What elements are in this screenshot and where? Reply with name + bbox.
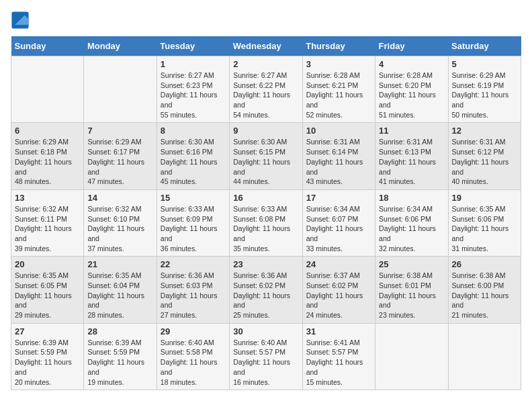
day-number: 14 [87, 193, 152, 203]
daylight-text: Daylight: 11 hours and [452, 291, 517, 310]
daylight-text-2: 16 minutes. [233, 377, 298, 387]
daylight-text: Daylight: 11 hours and [161, 157, 226, 177]
sunrise-text: Sunrise: 6:41 AM [306, 338, 371, 348]
daylight-text: Daylight: 11 hours and [233, 90, 298, 109]
daylight-text-2: 47 minutes. [87, 177, 152, 187]
cell-info: Sunrise: 6:38 AMSunset: 6:00 PMDaylight:… [452, 271, 517, 320]
day-number: 3 [306, 59, 371, 69]
day-number: 19 [452, 193, 517, 203]
day-number: 11 [379, 126, 444, 136]
sunrise-text: Sunrise: 6:38 AM [452, 271, 517, 281]
sunrise-text: Sunrise: 6:29 AM [452, 71, 517, 81]
daylight-text: Daylight: 11 hours and [452, 90, 517, 109]
calendar-cell: 2Sunrise: 6:27 AMSunset: 6:22 PMDaylight… [230, 56, 302, 123]
sunrise-text: Sunrise: 6:35 AM [15, 271, 80, 281]
day-number: 26 [452, 259, 517, 269]
calendar-cell: 25Sunrise: 6:38 AMSunset: 6:01 PMDayligh… [375, 257, 448, 323]
daylight-text: Daylight: 11 hours and [161, 224, 226, 243]
daylight-text-2: 43 minutes. [306, 177, 371, 187]
logo-icon [11, 11, 30, 30]
sunrise-text: Sunrise: 6:39 AM [87, 338, 152, 348]
sunrise-text: Sunrise: 6:33 AM [233, 204, 298, 214]
calendar-cell: 13Sunrise: 6:32 AMSunset: 6:11 PMDayligh… [11, 189, 84, 256]
daylight-text-2: 24 minutes. [306, 310, 371, 320]
sunset-text: Sunset: 6:16 PM [161, 147, 226, 157]
cell-info: Sunrise: 6:33 AMSunset: 6:09 PMDaylight:… [161, 204, 226, 253]
cell-info: Sunrise: 6:35 AMSunset: 6:04 PMDaylight:… [87, 271, 152, 320]
day-number: 10 [306, 126, 371, 136]
daylight-text-2: 48 minutes. [15, 177, 80, 187]
sunset-text: Sunset: 6:11 PM [15, 214, 80, 224]
sunset-text: Sunset: 6:02 PM [306, 281, 371, 291]
cell-info: Sunrise: 6:29 AMSunset: 6:19 PMDaylight:… [452, 71, 517, 120]
sunset-text: Sunset: 6:06 PM [379, 214, 444, 224]
sunset-text: Sunset: 6:02 PM [233, 281, 298, 291]
cell-info: Sunrise: 6:41 AMSunset: 5:57 PMDaylight:… [306, 338, 371, 387]
cell-info: Sunrise: 6:27 AMSunset: 6:22 PMDaylight:… [233, 71, 298, 120]
sunrise-text: Sunrise: 6:32 AM [15, 204, 80, 214]
sunset-text: Sunset: 6:20 PM [379, 81, 444, 91]
header-cell-tuesday: Tuesday [157, 36, 229, 56]
calendar-cell [448, 323, 521, 390]
daylight-text-2: 54 minutes. [233, 110, 298, 120]
calendar-cell: 29Sunrise: 6:40 AMSunset: 5:58 PMDayligh… [157, 323, 229, 390]
day-number: 4 [379, 59, 444, 69]
daylight-text-2: 33 minutes. [306, 244, 371, 254]
daylight-text: Daylight: 11 hours and [379, 157, 444, 177]
daylight-text: Daylight: 11 hours and [379, 291, 444, 310]
sunrise-text: Sunrise: 6:32 AM [87, 204, 152, 214]
day-number: 20 [15, 259, 80, 269]
sunset-text: Sunset: 5:57 PM [306, 347, 371, 357]
cell-info: Sunrise: 6:29 AMSunset: 6:18 PMDaylight:… [15, 137, 80, 186]
day-number: 5 [452, 59, 517, 69]
sunset-text: Sunset: 6:00 PM [452, 281, 517, 291]
sunrise-text: Sunrise: 6:30 AM [161, 137, 226, 147]
sunset-text: Sunset: 6:12 PM [452, 147, 517, 157]
calendar-cell: 11Sunrise: 6:31 AMSunset: 6:13 PMDayligh… [375, 123, 448, 189]
sunset-text: Sunset: 5:59 PM [15, 347, 80, 357]
calendar-cell: 5Sunrise: 6:29 AMSunset: 6:19 PMDaylight… [448, 56, 521, 123]
cell-info: Sunrise: 6:39 AMSunset: 5:59 PMDaylight:… [15, 338, 80, 387]
daylight-text-2: 19 minutes. [87, 377, 152, 387]
sunrise-text: Sunrise: 6:36 AM [233, 271, 298, 281]
daylight-text: Daylight: 11 hours and [161, 291, 226, 310]
daylight-text: Daylight: 11 hours and [233, 224, 298, 243]
daylight-text-2: 45 minutes. [161, 177, 226, 187]
sunset-text: Sunset: 6:03 PM [161, 281, 226, 291]
sunrise-text: Sunrise: 6:27 AM [161, 71, 226, 81]
daylight-text: Daylight: 11 hours and [452, 157, 517, 177]
day-number: 27 [15, 326, 80, 336]
daylight-text: Daylight: 11 hours and [161, 357, 226, 377]
day-number: 22 [161, 259, 226, 269]
cell-info: Sunrise: 6:35 AMSunset: 6:05 PMDaylight:… [15, 271, 80, 320]
sunrise-text: Sunrise: 6:35 AM [87, 271, 152, 281]
calendar-cell: 18Sunrise: 6:34 AMSunset: 6:06 PMDayligh… [375, 189, 448, 256]
sunset-text: Sunset: 6:04 PM [87, 281, 152, 291]
daylight-text-2: 23 minutes. [379, 310, 444, 320]
cell-info: Sunrise: 6:39 AMSunset: 5:59 PMDaylight:… [87, 338, 152, 387]
sunset-text: Sunset: 6:07 PM [306, 214, 371, 224]
calendar-cell: 24Sunrise: 6:37 AMSunset: 6:02 PMDayligh… [302, 257, 375, 323]
daylight-text-2: 18 minutes. [161, 377, 226, 387]
cell-info: Sunrise: 6:31 AMSunset: 6:12 PMDaylight:… [452, 137, 517, 186]
cell-info: Sunrise: 6:40 AMSunset: 5:58 PMDaylight:… [161, 338, 226, 387]
calendar-body: 1Sunrise: 6:27 AMSunset: 6:23 PMDaylight… [11, 56, 521, 390]
daylight-text-2: 44 minutes. [233, 177, 298, 187]
sunset-text: Sunset: 5:58 PM [161, 347, 226, 357]
cell-info: Sunrise: 6:29 AMSunset: 6:17 PMDaylight:… [87, 137, 152, 186]
cell-info: Sunrise: 6:30 AMSunset: 6:15 PMDaylight:… [233, 137, 298, 186]
sunset-text: Sunset: 6:22 PM [233, 81, 298, 91]
header-row: SundayMondayTuesdayWednesdayThursdayFrid… [11, 36, 521, 56]
week-row-0: 1Sunrise: 6:27 AMSunset: 6:23 PMDaylight… [11, 56, 521, 123]
header-cell-wednesday: Wednesday [230, 36, 302, 56]
day-number: 6 [15, 126, 80, 136]
sunset-text: Sunset: 6:19 PM [452, 81, 517, 91]
daylight-text-2: 20 minutes. [15, 377, 80, 387]
sunrise-text: Sunrise: 6:28 AM [306, 71, 371, 81]
daylight-text-2: 15 minutes. [306, 377, 371, 387]
sunset-text: Sunset: 6:23 PM [161, 81, 226, 91]
daylight-text-2: 39 minutes. [15, 244, 80, 254]
cell-info: Sunrise: 6:35 AMSunset: 6:06 PMDaylight:… [452, 204, 517, 253]
day-number: 16 [233, 193, 298, 203]
sunrise-text: Sunrise: 6:28 AM [379, 71, 444, 81]
